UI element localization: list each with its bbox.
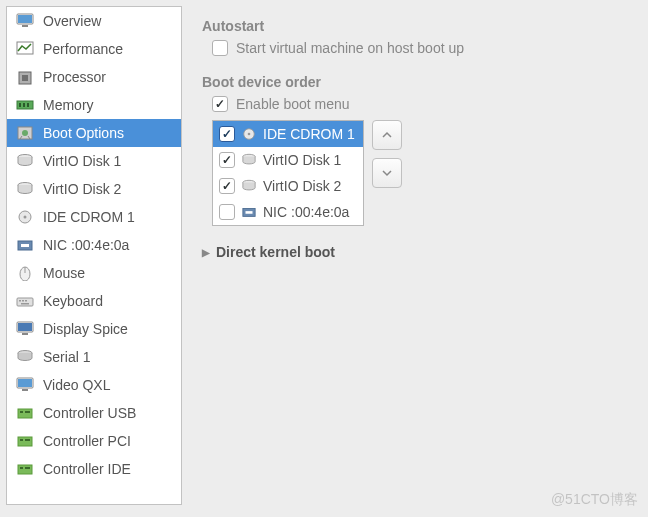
sidebar-item-keyboard[interactable]: Keyboard (7, 287, 181, 315)
autostart-checkbox[interactable] (212, 40, 228, 56)
disk-icon (15, 152, 35, 170)
sidebar-item-overview[interactable]: Overview (7, 7, 181, 35)
mouse-icon (15, 264, 35, 282)
sidebar-item-virtio-disk-2[interactable]: VirtIO Disk 2 (7, 175, 181, 203)
cpu-icon (15, 68, 35, 86)
direct-kernel-boot-expander[interactable]: ▶ Direct kernel boot (202, 244, 628, 260)
boot-device-virtio-disk-2[interactable]: VirtIO Disk 2 (213, 173, 363, 199)
sidebar-item-label: Video QXL (43, 377, 110, 393)
sidebar-item-label: IDE CDROM 1 (43, 209, 135, 225)
move-down-button[interactable] (372, 158, 402, 188)
details-pane: Autostart Start virtual machine on host … (182, 6, 648, 517)
sidebar-item-label: NIC :00:4e:0a (43, 237, 129, 253)
watermark: @51CTO博客 (551, 491, 638, 509)
chevron-up-icon (381, 129, 393, 141)
autostart-title: Autostart (202, 18, 628, 34)
boot-device-checkbox[interactable] (219, 178, 235, 194)
sidebar-item-memory[interactable]: Memory (7, 91, 181, 119)
controller-icon (15, 404, 35, 422)
sidebar-item-controller-ide[interactable]: Controller IDE (7, 455, 181, 483)
boot-device-checkbox[interactable] (219, 126, 235, 142)
sidebar-item-display-spice[interactable]: Display Spice (7, 315, 181, 343)
boot-icon (15, 124, 35, 142)
sidebar-item-label: Overview (43, 13, 101, 29)
sidebar-item-label: Controller USB (43, 405, 136, 421)
boot-device-label: NIC :00:4e:0a (263, 204, 349, 220)
enable-boot-menu-checkbox[interactable] (212, 96, 228, 112)
boot-device-virtio-disk-1[interactable]: VirtIO Disk 1 (213, 147, 363, 173)
display-icon (15, 320, 35, 338)
sidebar-item-boot-options[interactable]: Boot Options (7, 119, 181, 147)
boot-device-checkbox[interactable] (219, 204, 235, 220)
sidebar-item-label: Display Spice (43, 321, 128, 337)
serial-icon (15, 348, 35, 366)
boot-device-checkbox[interactable] (219, 152, 235, 168)
boot-device-label: IDE CDROM 1 (263, 126, 355, 142)
cdrom-icon (15, 208, 35, 226)
sidebar-item-label: Memory (43, 97, 94, 113)
sidebar-item-performance[interactable]: Performance (7, 35, 181, 63)
sidebar-item-mouse[interactable]: Mouse (7, 259, 181, 287)
perf-icon (15, 40, 35, 58)
sidebar-item-video-qxl[interactable]: Video QXL (7, 371, 181, 399)
move-up-button[interactable] (372, 120, 402, 150)
direct-kernel-label: Direct kernel boot (216, 244, 335, 260)
nic-icon (241, 205, 257, 219)
boot-device-ide-cdrom-1[interactable]: IDE CDROM 1 (213, 121, 363, 147)
sidebar-item-label: Processor (43, 69, 106, 85)
memory-icon (15, 96, 35, 114)
sidebar-item-label: Controller PCI (43, 433, 131, 449)
boot-order-title: Boot device order (202, 74, 628, 90)
triangle-right-icon: ▶ (202, 247, 210, 258)
chevron-down-icon (381, 167, 393, 179)
sidebar-item-ide-cdrom-1[interactable]: IDE CDROM 1 (7, 203, 181, 231)
boot-device-label: VirtIO Disk 1 (263, 152, 341, 168)
keyboard-icon (15, 292, 35, 310)
sidebar-item-virtio-disk-1[interactable]: VirtIO Disk 1 (7, 147, 181, 175)
sidebar-item-controller-usb[interactable]: Controller USB (7, 399, 181, 427)
sidebar-item-label: Controller IDE (43, 461, 131, 477)
hardware-sidebar[interactable]: OverviewPerformanceProcessorMemoryBoot O… (6, 6, 182, 505)
disk-icon (241, 153, 257, 167)
disk-icon (15, 180, 35, 198)
cdrom-icon (241, 127, 257, 141)
video-icon (15, 376, 35, 394)
sidebar-item-label: Keyboard (43, 293, 103, 309)
sidebar-item-label: Boot Options (43, 125, 124, 141)
controller-icon (15, 460, 35, 478)
sidebar-item-processor[interactable]: Processor (7, 63, 181, 91)
autostart-label: Start virtual machine on host boot up (236, 40, 464, 56)
nic-icon (15, 236, 35, 254)
sidebar-item-label: Serial 1 (43, 349, 90, 365)
sidebar-item-label: Performance (43, 41, 123, 57)
sidebar-item-serial-1[interactable]: Serial 1 (7, 343, 181, 371)
sidebar-item-label: VirtIO Disk 2 (43, 181, 121, 197)
sidebar-item-controller-pci[interactable]: Controller PCI (7, 427, 181, 455)
controller-icon (15, 432, 35, 450)
monitor-icon (15, 12, 35, 30)
sidebar-item-nic-00-4e-0a[interactable]: NIC :00:4e:0a (7, 231, 181, 259)
enable-boot-menu-label: Enable boot menu (236, 96, 350, 112)
boot-device-list[interactable]: IDE CDROM 1VirtIO Disk 1VirtIO Disk 2NIC… (212, 120, 364, 226)
disk-icon (241, 179, 257, 193)
boot-device-nic-00-4e-0a[interactable]: NIC :00:4e:0a (213, 199, 363, 225)
sidebar-item-label: Mouse (43, 265, 85, 281)
sidebar-item-label: VirtIO Disk 1 (43, 153, 121, 169)
boot-device-label: VirtIO Disk 2 (263, 178, 341, 194)
